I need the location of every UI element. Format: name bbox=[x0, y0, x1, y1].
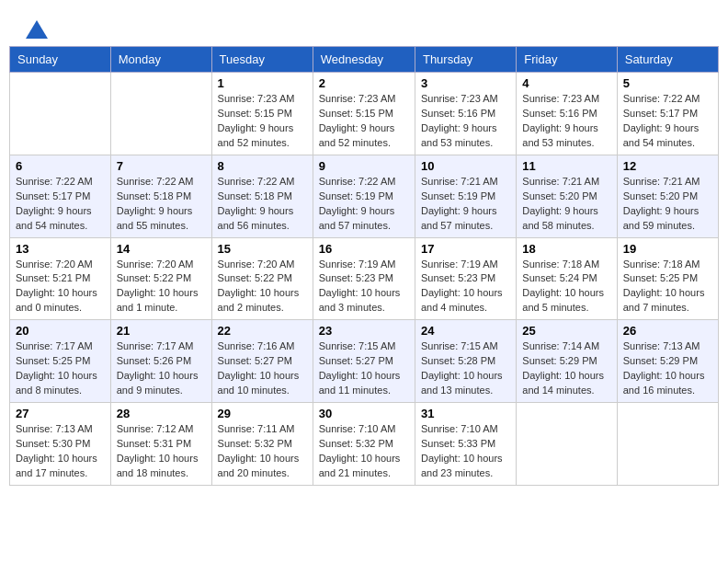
calendar-header-friday: Friday bbox=[517, 47, 617, 73]
calendar-day-cell: 29Sunrise: 7:11 AMSunset: 5:32 PMDayligh… bbox=[211, 403, 313, 486]
day-number: 1 bbox=[218, 76, 307, 90]
day-info: Sunrise: 7:10 AMSunset: 5:32 PMDaylight:… bbox=[319, 422, 409, 481]
calendar-day-cell: 27Sunrise: 7:13 AMSunset: 5:30 PMDayligh… bbox=[10, 403, 111, 486]
day-number: 4 bbox=[522, 76, 610, 90]
day-info: Sunrise: 7:22 AMSunset: 5:18 PMDaylight:… bbox=[117, 175, 206, 234]
calendar-header-saturday: Saturday bbox=[617, 47, 718, 73]
day-number: 6 bbox=[16, 159, 105, 173]
calendar-day-cell bbox=[10, 73, 111, 155]
calendar-week-row: 1Sunrise: 7:23 AMSunset: 5:15 PMDaylight… bbox=[10, 73, 719, 155]
day-number: 24 bbox=[421, 324, 510, 338]
calendar-day-cell: 14Sunrise: 7:20 AMSunset: 5:22 PMDayligh… bbox=[110, 237, 211, 320]
logo bbox=[23, 18, 51, 37]
day-number: 14 bbox=[117, 242, 206, 256]
calendar-table: SundayMondayTuesdayWednesdayThursdayFrid… bbox=[9, 46, 719, 486]
day-info: Sunrise: 7:21 AMSunset: 5:20 PMDaylight:… bbox=[522, 175, 610, 234]
day-info: Sunrise: 7:12 AMSunset: 5:31 PMDaylight:… bbox=[117, 422, 206, 481]
calendar-day-cell bbox=[517, 403, 617, 486]
calendar-header-row: SundayMondayTuesdayWednesdayThursdayFrid… bbox=[10, 47, 719, 73]
day-number: 20 bbox=[16, 324, 105, 338]
calendar-day-cell: 13Sunrise: 7:20 AMSunset: 5:21 PMDayligh… bbox=[10, 237, 111, 320]
day-number: 2 bbox=[319, 76, 409, 90]
day-info: Sunrise: 7:20 AMSunset: 5:21 PMDaylight:… bbox=[16, 258, 105, 316]
day-number: 27 bbox=[16, 407, 105, 420]
calendar-day-cell: 16Sunrise: 7:19 AMSunset: 5:23 PMDayligh… bbox=[313, 237, 415, 320]
day-number: 10 bbox=[421, 159, 510, 173]
calendar-day-cell: 22Sunrise: 7:16 AMSunset: 5:27 PMDayligh… bbox=[211, 320, 313, 403]
day-number: 28 bbox=[117, 407, 206, 420]
day-info: Sunrise: 7:19 AMSunset: 5:23 PMDaylight:… bbox=[319, 258, 409, 316]
calendar-week-row: 6Sunrise: 7:22 AMSunset: 5:17 PMDaylight… bbox=[10, 155, 719, 237]
calendar-day-cell: 21Sunrise: 7:17 AMSunset: 5:26 PMDayligh… bbox=[110, 320, 211, 403]
day-number: 25 bbox=[522, 324, 610, 338]
calendar-day-cell: 23Sunrise: 7:15 AMSunset: 5:27 PMDayligh… bbox=[313, 320, 415, 403]
day-number: 13 bbox=[16, 242, 105, 256]
day-info: Sunrise: 7:23 AMSunset: 5:16 PMDaylight:… bbox=[421, 92, 510, 151]
calendar-day-cell bbox=[110, 73, 211, 155]
calendar-week-row: 20Sunrise: 7:17 AMSunset: 5:25 PMDayligh… bbox=[10, 320, 719, 403]
day-number: 5 bbox=[623, 76, 712, 90]
day-info: Sunrise: 7:20 AMSunset: 5:22 PMDaylight:… bbox=[117, 258, 206, 316]
day-number: 19 bbox=[623, 242, 712, 256]
day-info: Sunrise: 7:10 AMSunset: 5:33 PMDaylight:… bbox=[421, 422, 510, 481]
day-info: Sunrise: 7:15 AMSunset: 5:28 PMDaylight:… bbox=[421, 339, 510, 398]
day-number: 11 bbox=[522, 159, 610, 173]
day-info: Sunrise: 7:22 AMSunset: 5:19 PMDaylight:… bbox=[319, 175, 409, 234]
day-info: Sunrise: 7:18 AMSunset: 5:25 PMDaylight:… bbox=[623, 258, 712, 316]
calendar-day-cell bbox=[617, 403, 718, 486]
day-info: Sunrise: 7:20 AMSunset: 5:22 PMDaylight:… bbox=[218, 258, 307, 316]
calendar-day-cell: 8Sunrise: 7:22 AMSunset: 5:18 PMDaylight… bbox=[211, 155, 313, 237]
svg-marker-0 bbox=[26, 20, 48, 39]
day-number: 31 bbox=[421, 407, 510, 420]
day-info: Sunrise: 7:14 AMSunset: 5:29 PMDaylight:… bbox=[522, 339, 610, 398]
calendar-day-cell: 31Sunrise: 7:10 AMSunset: 5:33 PMDayligh… bbox=[415, 403, 516, 486]
day-info: Sunrise: 7:19 AMSunset: 5:23 PMDaylight:… bbox=[421, 258, 510, 316]
day-info: Sunrise: 7:21 AMSunset: 5:20 PMDaylight:… bbox=[623, 175, 712, 234]
calendar-header-sunday: Sunday bbox=[10, 47, 111, 73]
calendar-day-cell: 18Sunrise: 7:18 AMSunset: 5:24 PMDayligh… bbox=[517, 237, 617, 320]
calendar-day-cell: 26Sunrise: 7:13 AMSunset: 5:29 PMDayligh… bbox=[617, 320, 718, 403]
calendar-day-cell: 12Sunrise: 7:21 AMSunset: 5:20 PMDayligh… bbox=[617, 155, 718, 237]
day-info: Sunrise: 7:23 AMSunset: 5:15 PMDaylight:… bbox=[319, 92, 409, 151]
calendar-day-cell: 28Sunrise: 7:12 AMSunset: 5:31 PMDayligh… bbox=[110, 403, 211, 486]
calendar-day-cell: 25Sunrise: 7:14 AMSunset: 5:29 PMDayligh… bbox=[517, 320, 617, 403]
day-number: 15 bbox=[218, 242, 307, 256]
day-number: 16 bbox=[319, 242, 409, 256]
calendar-day-cell: 20Sunrise: 7:17 AMSunset: 5:25 PMDayligh… bbox=[10, 320, 111, 403]
calendar-week-row: 13Sunrise: 7:20 AMSunset: 5:21 PMDayligh… bbox=[10, 237, 719, 320]
calendar-week-row: 27Sunrise: 7:13 AMSunset: 5:30 PMDayligh… bbox=[10, 403, 719, 486]
day-info: Sunrise: 7:16 AMSunset: 5:27 PMDaylight:… bbox=[218, 339, 307, 398]
page-header bbox=[9, 9, 719, 41]
day-info: Sunrise: 7:22 AMSunset: 5:18 PMDaylight:… bbox=[218, 175, 307, 234]
day-number: 9 bbox=[319, 159, 409, 173]
calendar-day-cell: 11Sunrise: 7:21 AMSunset: 5:20 PMDayligh… bbox=[517, 155, 617, 237]
day-number: 29 bbox=[218, 407, 307, 420]
day-info: Sunrise: 7:15 AMSunset: 5:27 PMDaylight:… bbox=[319, 339, 409, 398]
calendar-day-cell: 19Sunrise: 7:18 AMSunset: 5:25 PMDayligh… bbox=[617, 237, 718, 320]
calendar-header-thursday: Thursday bbox=[415, 47, 516, 73]
day-info: Sunrise: 7:13 AMSunset: 5:30 PMDaylight:… bbox=[16, 422, 105, 481]
day-info: Sunrise: 7:17 AMSunset: 5:26 PMDaylight:… bbox=[117, 339, 206, 398]
day-number: 22 bbox=[218, 324, 307, 338]
day-number: 17 bbox=[421, 242, 510, 256]
logo-icon bbox=[24, 18, 50, 40]
calendar-day-cell: 1Sunrise: 7:23 AMSunset: 5:15 PMDaylight… bbox=[211, 73, 313, 155]
day-info: Sunrise: 7:22 AMSunset: 5:17 PMDaylight:… bbox=[623, 92, 712, 151]
day-number: 7 bbox=[117, 159, 206, 173]
day-number: 23 bbox=[319, 324, 409, 338]
calendar-header-monday: Monday bbox=[110, 47, 211, 73]
calendar-day-cell: 7Sunrise: 7:22 AMSunset: 5:18 PMDaylight… bbox=[110, 155, 211, 237]
calendar-day-cell: 2Sunrise: 7:23 AMSunset: 5:15 PMDaylight… bbox=[313, 73, 415, 155]
calendar-day-cell: 10Sunrise: 7:21 AMSunset: 5:19 PMDayligh… bbox=[415, 155, 516, 237]
calendar-day-cell: 30Sunrise: 7:10 AMSunset: 5:32 PMDayligh… bbox=[313, 403, 415, 486]
day-info: Sunrise: 7:18 AMSunset: 5:24 PMDaylight:… bbox=[522, 258, 610, 316]
calendar-header-tuesday: Tuesday bbox=[211, 47, 313, 73]
calendar-day-cell: 6Sunrise: 7:22 AMSunset: 5:17 PMDaylight… bbox=[10, 155, 111, 237]
calendar-day-cell: 4Sunrise: 7:23 AMSunset: 5:16 PMDaylight… bbox=[517, 73, 617, 155]
day-number: 12 bbox=[623, 159, 712, 173]
calendar-day-cell: 24Sunrise: 7:15 AMSunset: 5:28 PMDayligh… bbox=[415, 320, 516, 403]
day-number: 21 bbox=[117, 324, 206, 338]
day-info: Sunrise: 7:21 AMSunset: 5:19 PMDaylight:… bbox=[421, 175, 510, 234]
day-number: 8 bbox=[218, 159, 307, 173]
day-info: Sunrise: 7:11 AMSunset: 5:32 PMDaylight:… bbox=[218, 422, 307, 481]
